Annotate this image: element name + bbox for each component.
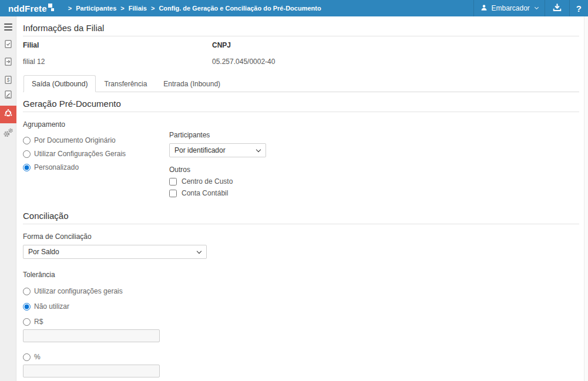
participantes-select[interactable]: Por identificador	[169, 143, 266, 157]
left-sidebar: $	[0, 16, 16, 381]
radio-label: Por Documento Originário	[34, 136, 116, 144]
conciliacao-section-title: Conciliação	[23, 211, 579, 224]
radio-label: Utilizar configurações gerais	[34, 287, 123, 295]
sidebar-item-participants-active[interactable]	[0, 106, 16, 123]
agrupamento-options: Por Documento Originário Utilizar Config…	[23, 131, 169, 197]
sidebar-item-document-edit[interactable]	[0, 89, 16, 102]
chevron-right-icon: >	[151, 5, 154, 12]
radio-input[interactable]	[23, 150, 31, 158]
radio-label: Personalizado	[34, 163, 79, 171]
tolerancia-percentual-input[interactable]	[23, 365, 160, 377]
svg-text:$: $	[6, 77, 9, 83]
radio-label: Não utilizar	[34, 302, 69, 311]
app-window: nddFrete > Participantes > Filiais > Con…	[0, 0, 588, 381]
ndd-frete-logo[interactable]: nddFrete	[8, 4, 55, 14]
tab-entrada-inbound[interactable]: Entrada (Inbound)	[155, 75, 229, 92]
chevron-down-icon	[535, 5, 539, 9]
breadcrumb-participantes[interactable]: Participantes	[76, 5, 116, 12]
question-mark-icon: ?	[576, 4, 582, 14]
pre-document-section-title: Geração Pré-Documento	[23, 99, 579, 112]
checkbox-conta-contabil[interactable]: Conta Contábil	[169, 189, 266, 197]
logo-squares-icon	[48, 4, 55, 11]
user-menu-embarcador[interactable]: Embarcador	[473, 0, 544, 16]
radio-personalizado[interactable]: Personalizado	[23, 163, 169, 171]
top-header-bar: nddFrete > Participantes > Filiais > Con…	[0, 0, 588, 16]
radio-tolerancia-reais[interactable]: R$	[23, 318, 579, 326]
tolerancia-reais-input[interactable]	[23, 329, 160, 342]
radio-tolerancia-percentual[interactable]: %	[23, 353, 579, 361]
forma-conciliacao-select[interactable]: Por Saldo	[23, 245, 207, 259]
share-network-icon	[4, 109, 13, 120]
sidebar-item-document-check[interactable]	[0, 39, 16, 52]
header-actions: Embarcador ?	[473, 0, 588, 16]
forma-conciliacao-label: Forma de Conciliação	[23, 232, 579, 241]
radio-nao-utilizar[interactable]: Não utilizar	[23, 302, 579, 311]
sidebar-item-document-billing[interactable]: $	[0, 75, 16, 87]
logo-text: nddFrete	[8, 4, 47, 14]
breadcrumb: > Participantes > Filiais > Config. de G…	[64, 5, 321, 12]
chevron-right-icon: >	[120, 5, 124, 12]
document-check-icon	[4, 39, 13, 51]
radio-tolerancia-configuracoes-gerais[interactable]: Utilizar configurações gerais	[23, 287, 579, 295]
document-dollar-icon: $	[4, 75, 13, 87]
page-title: Informações da Filial	[23, 23, 579, 36]
document-arrow-icon	[4, 57, 13, 69]
outros-label: Outros	[169, 166, 266, 174]
participantes-select-wrap: Por identificador	[169, 143, 266, 157]
tab-saida-outbound[interactable]: Saída (Outbound)	[23, 75, 96, 92]
vertical-scrollbar[interactable]	[584, 16, 588, 381]
radio-label: Utilizar Configurações Gerais	[34, 150, 126, 158]
checkbox-input[interactable]	[169, 178, 177, 186]
user-icon	[481, 4, 488, 13]
checkbox-centro-de-custo[interactable]: Centro de Custo	[169, 177, 266, 186]
download-icon	[553, 3, 562, 14]
hamburger-menu-icon	[4, 23, 12, 31]
radio-input[interactable]	[23, 164, 31, 171]
help-button[interactable]: ?	[569, 0, 588, 16]
cnpj-value: 05.257.045/0002-40	[212, 58, 401, 66]
breadcrumb-filiais[interactable]: Filiais	[129, 5, 147, 12]
participantes-label: Participantes	[169, 131, 266, 139]
radio-input[interactable]	[23, 353, 31, 361]
menu-toggle-button[interactable]	[0, 21, 16, 33]
agrupamento-columns: Por Documento Originário Utilizar Config…	[23, 131, 579, 197]
radio-input[interactable]	[23, 288, 31, 295]
checkbox-label: Conta Contábil	[182, 189, 228, 197]
checkbox-input[interactable]	[169, 190, 177, 197]
checkbox-label: Centro de Custo	[182, 177, 233, 186]
radio-input[interactable]	[23, 303, 31, 311]
radio-label: R$	[34, 318, 43, 326]
tab-transferencia[interactable]: Transferência	[96, 75, 155, 92]
user-menu-label: Embarcador	[491, 4, 529, 12]
forma-conciliacao-select-wrap: Por Saldo	[23, 245, 207, 259]
download-button[interactable]	[545, 0, 569, 16]
breadcrumb-config-geracao[interactable]: Config. de Geração e Conciliação do Pré-…	[159, 5, 321, 12]
chevron-right-icon: >	[68, 5, 72, 12]
cnpj-field: CNPJ 05.257.045/0002-40	[212, 41, 401, 66]
filial-value: filial 12	[23, 58, 212, 66]
sidebar-item-document-outbound[interactable]	[0, 56, 16, 69]
direction-tabs: Saída (Outbound) Transferência Entrada (…	[23, 75, 579, 92]
gears-icon	[3, 127, 14, 140]
filial-field: Filial filial 12	[23, 41, 212, 66]
radio-input[interactable]	[23, 318, 31, 326]
radio-utilizar-configuracoes-gerais[interactable]: Utilizar Configurações Gerais	[23, 150, 169, 158]
agrupamento-label: Agrupamento	[23, 120, 579, 129]
document-edit-icon	[4, 90, 13, 102]
radio-label: %	[34, 353, 41, 361]
participantes-outros-column: Participantes Por identificador Outros C…	[169, 131, 266, 197]
cnpj-label: CNPJ	[212, 41, 401, 49]
sidebar-item-settings[interactable]	[0, 127, 16, 141]
radio-por-documento-originario[interactable]: Por Documento Originário	[23, 136, 169, 144]
filial-label: Filial	[23, 41, 212, 49]
main-content: Informações da Filial Filial filial 12 C…	[17, 16, 588, 381]
radio-input[interactable]	[23, 137, 31, 144]
tolerancia-label: Tolerância	[23, 271, 579, 279]
filial-info-fields: Filial filial 12 CNPJ 05.257.045/0002-40	[23, 41, 579, 66]
